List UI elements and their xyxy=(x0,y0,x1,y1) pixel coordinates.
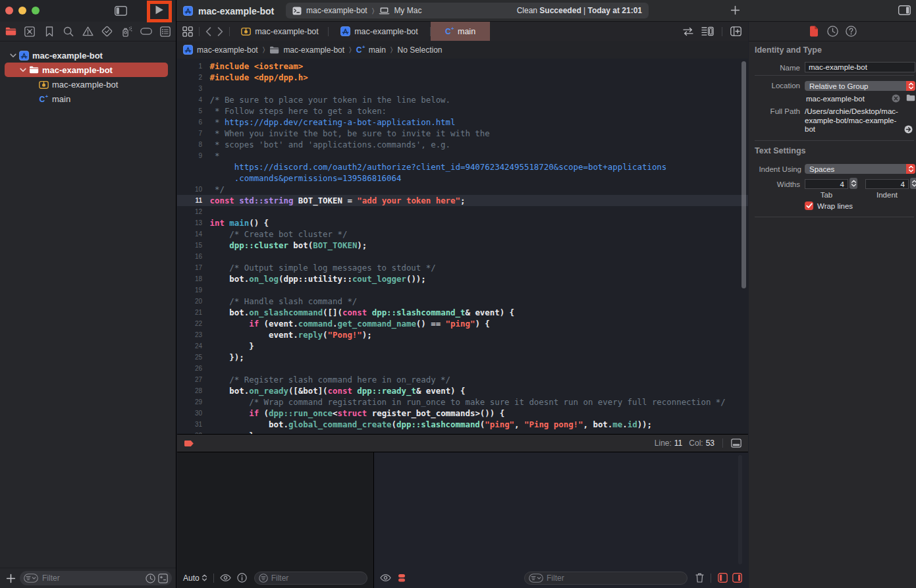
product-file-icon xyxy=(38,79,49,90)
breadcrumb-item[interactable]: No Selection xyxy=(398,45,443,55)
indent-using-popup[interactable]: Spaces xyxy=(805,164,915,174)
scheme-name[interactable]: mac-example-bot xyxy=(306,6,367,15)
source-control-status-icon[interactable] xyxy=(158,574,168,583)
tab-width-stepper[interactable] xyxy=(849,178,857,189)
debug-navigator-icon[interactable] xyxy=(119,24,134,39)
related-items-icon[interactable] xyxy=(182,26,193,37)
breadcrumb-item[interactable]: mac-example-bot xyxy=(269,45,344,55)
clear-location-icon[interactable] xyxy=(892,94,900,103)
breakpoint-stack-icon[interactable] xyxy=(398,574,406,582)
line-number: 23 xyxy=(177,329,202,340)
editor-tab-main[interactable]: C+main xyxy=(431,22,490,41)
code-line-26: 26 xyxy=(177,363,748,374)
breakpoints-toggle-icon[interactable] xyxy=(184,440,194,447)
quick-help-inspector-icon[interactable] xyxy=(844,24,858,39)
debug-bar: Line:11 Col:53 xyxy=(177,434,748,452)
appstore-file-icon xyxy=(18,50,29,61)
hide-debug-area-icon[interactable] xyxy=(731,439,741,448)
history-inspector-icon[interactable] xyxy=(825,24,840,39)
show-console-pane-icon[interactable] xyxy=(732,573,742,583)
reports-navigator-icon[interactable] xyxy=(158,24,173,39)
jump-bar: mac-example-bot〉mac-example-bot〉C+main〉N… xyxy=(177,41,748,59)
breadcrumb-item[interactable]: C+main xyxy=(356,45,386,55)
line-number: 2 xyxy=(177,72,202,83)
show-console-eye-icon[interactable] xyxy=(380,574,391,581)
variables-info-icon[interactable] xyxy=(237,573,247,583)
console-filter-field[interactable]: Filter xyxy=(524,572,687,585)
breakpoints-navigator-icon[interactable] xyxy=(139,24,153,39)
tab-label: main xyxy=(458,27,475,36)
code-line-19: 19 xyxy=(177,284,748,296)
editor-tab-mac-example-bot[interactable]: mac-example-bot xyxy=(329,22,430,41)
show-variables-icon[interactable] xyxy=(220,574,231,581)
source-control-navigator-icon[interactable] xyxy=(22,24,37,39)
code-review-icon[interactable] xyxy=(683,27,693,36)
variables-filter-field[interactable]: Filter xyxy=(254,572,367,585)
close-window-button[interactable] xyxy=(5,7,13,14)
editor-scrollbar[interactable] xyxy=(741,61,746,288)
find-navigator-icon[interactable] xyxy=(61,24,76,39)
issues-navigator-icon[interactable] xyxy=(81,24,95,39)
tree-item-main[interactable]: C+main xyxy=(0,92,176,106)
code-line-7: 7 * When you invite the bot, be sure to … xyxy=(177,128,748,139)
breadcrumb-item[interactable]: mac-example-bot xyxy=(183,45,258,55)
navigator-filter-field[interactable]: Filter xyxy=(20,571,172,585)
run-destination[interactable]: My Mac xyxy=(394,6,421,15)
window-title: mac-example-bot xyxy=(198,6,274,16)
code-line-4: 4/* Be sure to place your token in the l… xyxy=(177,94,748,105)
editor-tab-mac-example-bot[interactable]: mac-example-bot xyxy=(232,22,328,41)
editor-tab-bar: mac-example-botmac-example-botC+main xyxy=(177,22,748,41)
toggle-navigator-icon[interactable] xyxy=(115,6,127,16)
navigator-filter-bar: Filter xyxy=(0,568,176,588)
file-inspector-icon[interactable] xyxy=(807,24,821,39)
run-button[interactable] xyxy=(155,5,164,15)
variables-scope-selector[interactable]: Auto xyxy=(183,574,207,583)
name-field[interactable]: mac-example-bot xyxy=(805,62,915,72)
line-number: 29 xyxy=(177,396,202,408)
clear-console-icon[interactable] xyxy=(695,573,704,583)
disclosure-chevron-icon[interactable] xyxy=(8,53,18,58)
project-navigator-icon[interactable] xyxy=(3,24,18,39)
tree-item-mac-example-bot[interactable]: mac-example-bot xyxy=(0,48,176,63)
indent-caption: Indent xyxy=(865,191,909,199)
choose-folder-icon[interactable] xyxy=(906,94,915,101)
tree-item-label: mac-example-bot xyxy=(42,65,113,75)
code-line-2: 2#include <dpp/dpp.h> xyxy=(177,72,748,83)
reveal-path-icon[interactable] xyxy=(904,125,913,134)
source-editor[interactable]: 1#include <iostream>2#include <dpp/dpp.h… xyxy=(177,59,748,434)
forward-button[interactable] xyxy=(217,27,223,36)
line-number: 5 xyxy=(177,105,202,117)
add-editor-icon[interactable] xyxy=(730,26,741,36)
inspector-panel: Identity and Type Name mac-example-bot L… xyxy=(749,22,916,588)
show-variables-pane-icon[interactable] xyxy=(718,573,728,583)
location-popup[interactable]: Relative to Group xyxy=(805,81,915,91)
tab-width-field[interactable]: 4 xyxy=(805,179,848,189)
minimize-window-button[interactable] xyxy=(18,7,26,14)
popup-chevrons-icon xyxy=(906,164,915,174)
indent-width-stepper[interactable] xyxy=(910,178,916,189)
back-button[interactable] xyxy=(205,27,211,36)
line-number: 9 xyxy=(177,150,202,161)
filter-icon xyxy=(259,574,268,583)
tree-item-mac-example-bot[interactable]: mac-example-bot xyxy=(0,77,176,92)
indent-width-field[interactable]: 4 xyxy=(865,179,909,189)
tests-navigator-icon[interactable] xyxy=(100,24,115,39)
disclosure-chevron-icon[interactable] xyxy=(18,68,28,72)
line-number: 11 xyxy=(177,195,202,206)
add-file-button[interactable] xyxy=(6,574,16,583)
scheme-and-activity[interactable]: mac-example-bot 〉 My Mac Clean Succeeded… xyxy=(286,3,649,18)
recent-files-icon[interactable] xyxy=(146,574,155,583)
toggle-inspector-icon[interactable] xyxy=(898,5,911,15)
console-scrollbar[interactable] xyxy=(738,455,742,564)
library-add-button[interactable] xyxy=(730,5,740,15)
code-line-10: 10 */ xyxy=(177,184,748,195)
zoom-window-button[interactable] xyxy=(32,7,40,14)
editor-options-icon[interactable] xyxy=(701,26,714,36)
cpp-crumb-icon: C+ xyxy=(356,45,365,55)
bookmarks-navigator-icon[interactable] xyxy=(42,24,57,39)
code-line-29: 29 /* Wrap command registration in run_o… xyxy=(177,396,748,408)
wrap-lines-checkbox[interactable] xyxy=(805,201,813,210)
code-line-27: 27 /* Register slash command here in on_… xyxy=(177,374,748,385)
line-number: 28 xyxy=(177,385,202,396)
tree-item-mac-example-bot[interactable]: mac-example-bot xyxy=(0,63,176,77)
